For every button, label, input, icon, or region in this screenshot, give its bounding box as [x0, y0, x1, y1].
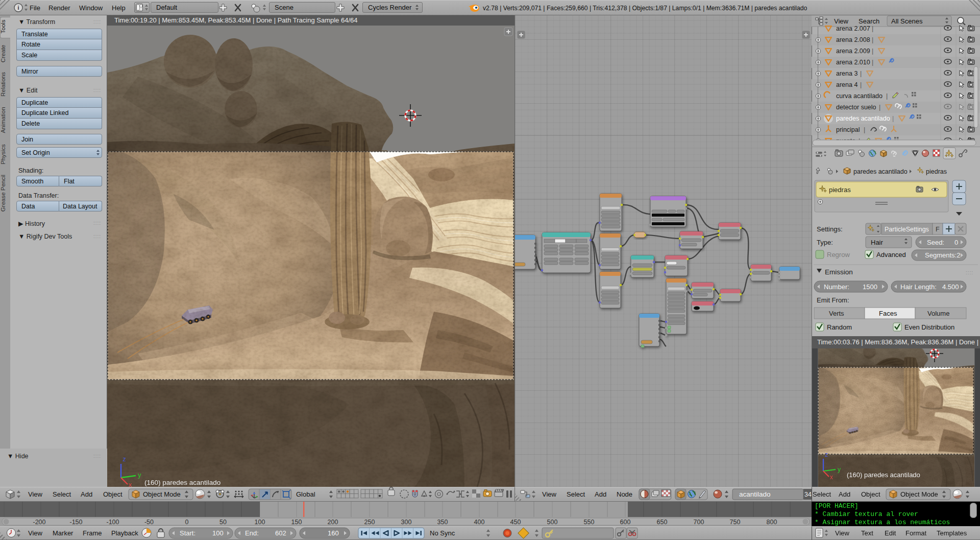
- svg-text:View: View: [835, 529, 850, 537]
- svg-text:Hair Length:: Hair Length:: [900, 283, 937, 291]
- svg-text:::::: ::::: [966, 270, 973, 275]
- svg-text:1500: 1500: [863, 283, 877, 291]
- svg-text:Frame: Frame: [83, 529, 102, 537]
- svg-text:34: 34: [804, 491, 812, 498]
- svg-text:600: 600: [620, 519, 631, 526]
- svg-text:400: 400: [474, 519, 485, 526]
- svg-text:|: |: [872, 59, 873, 66]
- svg-text:Type:: Type:: [817, 239, 833, 246]
- svg-text:arena 2.009: arena 2.009: [836, 48, 870, 55]
- svg-text:Faces: Faces: [879, 310, 897, 317]
- svg-text:Segments:2: Segments:2: [925, 251, 960, 259]
- svg-text:x: x: [830, 474, 833, 481]
- svg-text:Add: Add: [839, 490, 850, 498]
- svg-text:arena 3: arena 3: [836, 70, 857, 77]
- svg-text:paredes acantilado: paredes acantilado: [836, 115, 890, 122]
- svg-text:750: 750: [730, 519, 741, 526]
- svg-text:0: 0: [954, 239, 958, 246]
- svg-text:Verts: Verts: [829, 310, 844, 317]
- svg-text:F: F: [936, 226, 940, 233]
- svg-text:detector suelo: detector suelo: [836, 104, 876, 111]
- svg-text:700: 700: [694, 519, 704, 526]
- svg-text:Advanced: Advanced: [876, 251, 906, 259]
- svg-text:Templates: Templates: [937, 529, 967, 537]
- svg-text:150: 150: [291, 519, 302, 526]
- svg-text:curva acantilado: curva acantilado: [836, 92, 883, 100]
- svg-text:250: 250: [364, 519, 375, 526]
- svg-text:|: |: [872, 25, 873, 32]
- svg-text:piedras: piedras: [926, 168, 947, 175]
- svg-text:Hair: Hair: [871, 239, 884, 246]
- svg-text:z: z: [122, 455, 126, 463]
- svg-text:End:: End:: [245, 529, 259, 537]
- svg-text:Node: Node: [617, 490, 632, 498]
- svg-text:piedras: piedras: [829, 186, 851, 194]
- svg-text:acantilado: acantilado: [739, 490, 771, 498]
- svg-text:arena 2.010: arena 2.010: [836, 59, 870, 66]
- svg-text:Volume: Volume: [927, 310, 949, 317]
- svg-text:Object Mode: Object Mode: [143, 490, 181, 498]
- svg-text:ParticleSettings: ParticleSettings: [885, 226, 929, 233]
- svg-text:|: |: [872, 48, 873, 55]
- svg-text:|: |: [864, 126, 865, 133]
- svg-text:Global: Global: [296, 490, 315, 498]
- svg-text:300: 300: [401, 519, 412, 526]
- svg-text:160: 160: [328, 529, 339, 537]
- svg-text:Playback: Playback: [111, 529, 138, 537]
- svg-text:y: y: [838, 466, 841, 473]
- svg-text:500: 500: [547, 519, 558, 526]
- svg-text:Start:: Start:: [180, 529, 195, 537]
- svg-text:602: 602: [275, 529, 286, 537]
- svg-text:|: |: [892, 115, 894, 122]
- svg-text:Random: Random: [827, 323, 852, 331]
- svg-text:Add: Add: [595, 490, 606, 498]
- svg-text:y: y: [138, 471, 141, 479]
- svg-text:View: View: [28, 490, 43, 498]
- svg-text:450: 450: [510, 519, 521, 526]
- svg-text:Emission: Emission: [825, 268, 853, 276]
- svg-text:350: 350: [437, 519, 448, 526]
- svg-text:50: 50: [219, 519, 227, 526]
- svg-text:View: View: [542, 490, 557, 498]
- svg-text:|: |: [860, 81, 862, 88]
- svg-text:Seed:: Seed:: [927, 239, 944, 246]
- svg-text:|: |: [860, 70, 862, 77]
- svg-text:Edit: Edit: [885, 529, 896, 537]
- svg-text:All Scenes: All Scenes: [891, 17, 923, 25]
- svg-text:arena 2.008: arena 2.008: [836, 36, 870, 43]
- svg-text:|: |: [879, 104, 880, 111]
- svg-text:0: 0: [185, 519, 189, 526]
- svg-text:-200: -200: [33, 519, 45, 526]
- svg-text:Even Distribution: Even Distribution: [904, 323, 954, 331]
- svg-text:paredes acantilado: paredes acantilado: [853, 168, 908, 175]
- svg-text:-50: -50: [144, 519, 154, 526]
- svg-text:Emit From:: Emit From:: [817, 296, 849, 304]
- svg-text:arena 2.007: arena 2.007: [836, 25, 870, 32]
- svg-text:x: x: [129, 481, 132, 487]
- svg-text:i: i: [17, 5, 19, 11]
- svg-text:Number:: Number:: [824, 283, 849, 291]
- svg-text:principal: principal: [836, 126, 860, 133]
- svg-text:100: 100: [255, 519, 265, 526]
- svg-text:(160) paredes acantilado: (160) paredes acantilado: [847, 471, 920, 479]
- svg-text:|: |: [886, 92, 888, 100]
- svg-text:Marker: Marker: [53, 529, 74, 537]
- svg-text:Select: Select: [813, 490, 831, 498]
- svg-text:arena 4: arena 4: [836, 81, 857, 88]
- svg-text:Settings:: Settings:: [817, 225, 843, 233]
- svg-text:Text: Text: [861, 529, 873, 537]
- svg-text:4.500: 4.500: [942, 283, 959, 291]
- svg-text:100: 100: [212, 529, 224, 537]
- svg-text:|: |: [872, 36, 873, 43]
- svg-text:Format: Format: [905, 529, 927, 537]
- svg-text:z: z: [825, 451, 828, 458]
- svg-text:Object: Object: [861, 490, 880, 498]
- svg-text:No Sync: No Sync: [430, 529, 455, 537]
- svg-text:Select: Select: [567, 490, 585, 498]
- svg-text:View: View: [834, 17, 849, 25]
- svg-text:Add: Add: [81, 490, 92, 498]
- svg-text:Object Mode: Object Mode: [900, 490, 938, 498]
- svg-text:Object: Object: [103, 490, 122, 498]
- svg-text:Regrow: Regrow: [827, 251, 850, 259]
- svg-text:Search: Search: [859, 17, 879, 25]
